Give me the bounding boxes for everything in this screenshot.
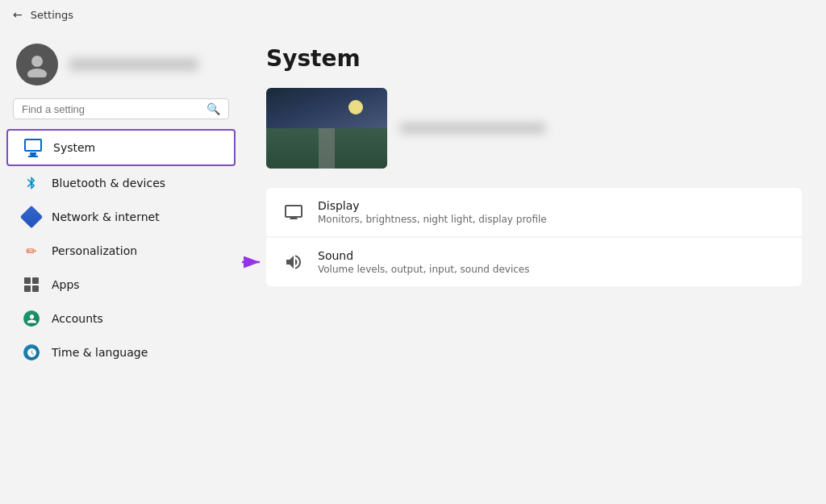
user-name-blurred (69, 58, 198, 71)
display-preview (266, 88, 802, 169)
title-bar: ← Settings (0, 0, 826, 29)
svg-point-1 (27, 69, 47, 77)
search-box[interactable]: 🔍 (13, 98, 229, 119)
page-title: System (266, 45, 802, 72)
display-card-subtitle: Monitors, brightness, night light, displ… (318, 214, 786, 225)
display-card[interactable]: Display Monitors, brightness, night ligh… (266, 188, 802, 236)
display-card-title: Display (318, 199, 786, 212)
sidebar-item-accounts[interactable]: Accounts (6, 302, 236, 335)
apps-icon (23, 276, 40, 294)
avatar (16, 44, 58, 85)
app-title: Settings (31, 9, 73, 21)
sidebar-item-system[interactable]: System (6, 129, 236, 166)
sound-card-subtitle: Volume levels, output, input, sound devi… (318, 264, 786, 275)
system-icon (24, 139, 42, 156)
monitor-thumbnail (266, 88, 387, 169)
content-area: System (242, 29, 826, 504)
accounts-icon (23, 310, 40, 327)
sidebar-label-bluetooth: Bluetooth & devices (52, 177, 165, 190)
sidebar: 🔍 System Bluetooth & devices (0, 29, 242, 504)
settings-cards: Display Monitors, brightness, night ligh… (266, 188, 802, 286)
sidebar-label-time: Time & language (52, 346, 148, 359)
network-icon (23, 208, 40, 226)
main-layout: 🔍 System Bluetooth & devices (0, 29, 826, 504)
back-button[interactable]: ← (13, 8, 23, 21)
sidebar-item-apps[interactable]: Apps (6, 268, 236, 302)
sidebar-label-accounts: Accounts (52, 312, 103, 325)
sound-card-text: Sound Volume levels, output, input, soun… (318, 249, 786, 275)
sound-card[interactable]: Sound Volume levels, output, input, soun… (266, 238, 802, 286)
user-profile[interactable] (0, 35, 242, 98)
svg-point-0 (31, 56, 43, 67)
settings-cards-container: Display Monitors, brightness, night ligh… (266, 188, 802, 286)
time-icon (23, 344, 40, 361)
display-card-icon (282, 201, 305, 223)
sound-card-icon (282, 251, 305, 273)
sidebar-label-system: System (53, 141, 95, 154)
sidebar-label-personalization: Personalization (52, 244, 137, 257)
sidebar-item-bluetooth[interactable]: Bluetooth & devices (6, 166, 236, 200)
sound-card-title: Sound (318, 249, 786, 262)
personalization-icon: ✏️ (23, 242, 40, 260)
display-card-text: Display Monitors, brightness, night ligh… (318, 199, 786, 225)
sidebar-item-time[interactable]: Time & language (6, 335, 236, 369)
sidebar-item-personalization[interactable]: ✏️ Personalization (6, 234, 236, 268)
search-input[interactable] (22, 103, 202, 115)
monitor-label-blurred (400, 123, 545, 134)
search-icon: 🔍 (206, 102, 220, 115)
sidebar-item-network[interactable]: Network & internet (6, 200, 236, 234)
purple-arrow-annotation (242, 246, 266, 278)
sidebar-label-network: Network & internet (52, 210, 160, 223)
bluetooth-icon (23, 174, 40, 192)
sidebar-label-apps: Apps (52, 278, 80, 291)
